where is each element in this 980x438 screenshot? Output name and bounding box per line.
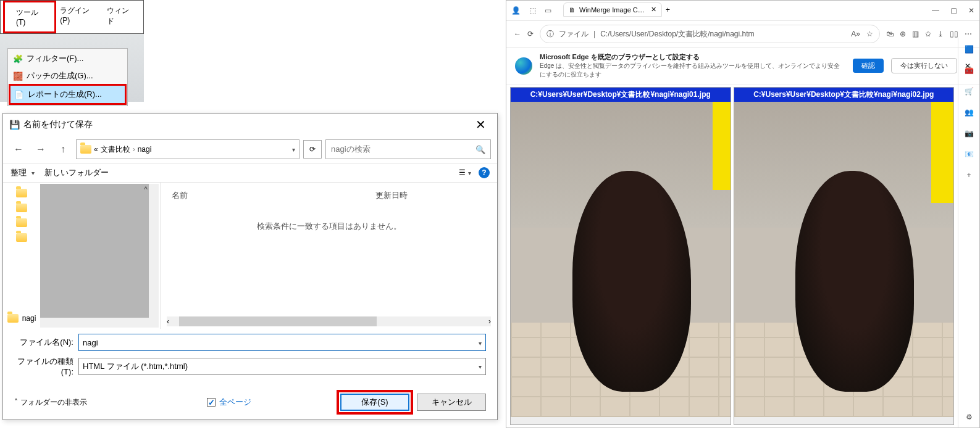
filename-dropdown-icon[interactable]: [476, 338, 482, 347]
col-date[interactable]: 更新日時: [371, 188, 491, 204]
hide-folders-toggle[interactable]: ˄フォルダーの非表示: [14, 397, 87, 408]
star-icon[interactable]: ☆: [866, 30, 873, 38]
dog-image-left: [572, 171, 691, 392]
tabactions-icon[interactable]: ▭: [545, 6, 551, 15]
menu-window[interactable]: ウィンド: [101, 3, 138, 31]
col-name[interactable]: 名前: [167, 188, 371, 204]
file-list[interactable]: 名前 更新日時 検索条件に一致する項目はありません。 ‹ ›: [161, 183, 497, 329]
tree-hscrollbar[interactable]: [40, 318, 159, 328]
submenu-patch[interactable]: 🧱 パッチの生成(G)...: [9, 67, 126, 85]
url-input[interactable]: ⓘ ファイル | C:/Users/User/Desktop/文書比較/nagi…: [540, 25, 880, 43]
close-icon[interactable]: ✕: [471, 117, 491, 132]
camera-icon[interactable]: 📷: [965, 129, 974, 138]
collections-icon[interactable]: ▥: [912, 30, 919, 38]
nav-forward-icon[interactable]: →: [31, 141, 50, 158]
organize-button[interactable]: 整理: [10, 167, 35, 178]
browser-tab[interactable]: 🗎 WinMerge Image Compare Rep ✕: [563, 2, 662, 17]
shopping-icon[interactable]: 🛍: [886, 30, 894, 38]
compare-pane-right: C:¥Users¥User¥Desktop¥文書比較¥nagi¥nagi02.j…: [734, 87, 955, 425]
split-icon[interactable]: ▯▯: [950, 30, 958, 38]
favorites-icon[interactable]: ✩: [925, 30, 931, 38]
browser-viewport: C:¥Users¥User¥Desktop¥文書比較¥nagi¥nagi01.j…: [506, 85, 958, 428]
save-icon: 💾: [9, 120, 20, 130]
folder-icon[interactable]: [16, 233, 27, 242]
breadcrumb-p2[interactable]: nagi: [138, 145, 152, 154]
cancel-button[interactable]: キャンセル: [417, 394, 486, 411]
tools-submenu: 🧩 フィルター(F)... 🧱 パッチの生成(G)... 📄 レポートの生成(R…: [7, 48, 128, 106]
pane-right-scrollbar[interactable]: [734, 417, 954, 424]
tree-vscrollbar[interactable]: [149, 184, 159, 318]
maximize-icon[interactable]: ▢: [950, 6, 957, 15]
banner-title: Microsoft Edge を既定のブラウザーとして設定する: [540, 52, 845, 62]
menu-tools[interactable]: ツール(T): [3, 1, 56, 33]
empty-text: 検索条件に一致する項目はありません。: [167, 204, 491, 249]
reload-icon[interactable]: ⟳: [527, 30, 534, 38]
pane-left-scrollbar[interactable]: [511, 417, 731, 424]
submenu-filter[interactable]: 🧩 フィルター(F)...: [9, 50, 126, 67]
more-icon[interactable]: ⋯: [965, 30, 972, 38]
tree-up-icon[interactable]: ^: [144, 185, 148, 194]
folder-tree[interactable]: nagi ^: [3, 183, 161, 329]
workspace-icon[interactable]: ⬚: [529, 6, 536, 15]
nav-up-icon[interactable]: ↑: [54, 141, 72, 158]
back-icon[interactable]: ←: [514, 30, 521, 38]
close-window-icon[interactable]: ✕: [968, 6, 974, 15]
tree-item-label: nagi: [22, 314, 36, 323]
shop-icon[interactable]: 🛒: [965, 87, 974, 96]
submenu-filter-label: フィルター(F)...: [27, 53, 83, 64]
folder-icon[interactable]: [16, 204, 27, 212]
scroll-right-icon[interactable]: ›: [488, 317, 491, 326]
breadcrumb[interactable]: « 文書比較 › nagi: [76, 139, 299, 159]
filename-input[interactable]: nagi: [78, 334, 486, 351]
download-icon[interactable]: ⤓: [937, 30, 944, 38]
tools-icon[interactable]: 🧰: [965, 66, 974, 75]
tab-close-icon[interactable]: ✕: [651, 6, 656, 14]
read-aloud-icon[interactable]: A»: [851, 30, 860, 38]
breadcrumb-dropdown-icon[interactable]: [290, 145, 295, 154]
breadcrumb-p1[interactable]: 文書比較: [101, 144, 130, 155]
folder-icon[interactable]: [16, 189, 27, 197]
copilot-icon[interactable]: 🟦: [965, 45, 974, 54]
tab-title: WinMerge Image Compare Rep: [579, 6, 647, 14]
tree-item-nagi[interactable]: nagi: [2, 312, 41, 325]
all-pages-checkbox[interactable]: ✓ 全ページ: [207, 397, 251, 408]
gear-icon[interactable]: ⚙: [966, 413, 973, 421]
filetype-select[interactable]: HTML ファイル (*.htm,*.html): [78, 358, 486, 375]
scrollbar-thumb[interactable]: [179, 316, 377, 326]
scroll-left-icon[interactable]: ‹: [167, 317, 169, 326]
compare-pane-left: C:¥Users¥User¥Desktop¥文書比較¥nagi¥nagi01.j…: [510, 87, 731, 425]
banner-confirm-button[interactable]: 確認: [853, 59, 884, 73]
menubar: ツール(T) ラグイン(P) ウィンド 🧩 フィルター(F)... 🧱 パッチの…: [0, 0, 144, 102]
help-icon[interactable]: ?: [479, 167, 490, 178]
filetype-value: HTML ファイル (*.htm,*.html): [83, 361, 188, 372]
menu-strip: ツール(T) ラグイン(P) ウィンド: [0, 0, 144, 34]
filetype-dropdown-icon[interactable]: [476, 362, 482, 371]
minimize-icon[interactable]: —: [932, 6, 939, 15]
site-info-icon[interactable]: ⓘ: [547, 29, 554, 39]
save-dialog: 💾 名前を付けて保存 ✕ ← → ↑ « 文書比較 › nagi ⟳ nagiの…: [2, 113, 498, 420]
dialog-nav: ← → ↑ « 文書比較 › nagi ⟳ nagiの検索 🔍: [3, 136, 497, 163]
newfolder-button[interactable]: 新しいフォルダー: [44, 167, 109, 178]
file-hscrollbar[interactable]: ‹ ›: [167, 316, 491, 326]
filetype-label: ファイルの種類(T):: [14, 356, 73, 376]
outlook-icon[interactable]: 📧: [965, 150, 974, 159]
search-input[interactable]: nagiの検索 🔍: [325, 139, 491, 159]
banner-later-button[interactable]: 今は実行しない: [891, 58, 957, 73]
new-tab-icon[interactable]: +: [666, 6, 670, 14]
browser-sidebar: 🟦 🧰 🛒 👥 📷 📧 + ⚙: [958, 38, 979, 428]
profile-icon[interactable]: 👤: [511, 6, 521, 15]
url-text: C:/Users/User/Desktop/文書比較/nagi/nagi.htm: [600, 29, 754, 39]
folder-icon[interactable]: [16, 218, 27, 227]
add-icon[interactable]: +: [966, 171, 971, 180]
menu-plugin[interactable]: ラグイン(P): [54, 3, 100, 31]
extensions-icon[interactable]: ⊕: [900, 30, 906, 38]
report-icon: 📄: [14, 89, 24, 99]
tree-preview-area: ^: [40, 184, 159, 328]
view-mode-button[interactable]: ☰: [459, 168, 471, 177]
dialog-titlebar: 💾 名前を付けて保存 ✕: [3, 114, 497, 136]
refresh-icon[interactable]: ⟳: [303, 140, 322, 159]
people-icon[interactable]: 👥: [965, 108, 974, 117]
submenu-report[interactable]: 📄 レポートの生成(R)...: [9, 84, 127, 105]
save-button[interactable]: 保存(S): [340, 394, 409, 411]
nav-back-icon[interactable]: ←: [9, 141, 28, 158]
